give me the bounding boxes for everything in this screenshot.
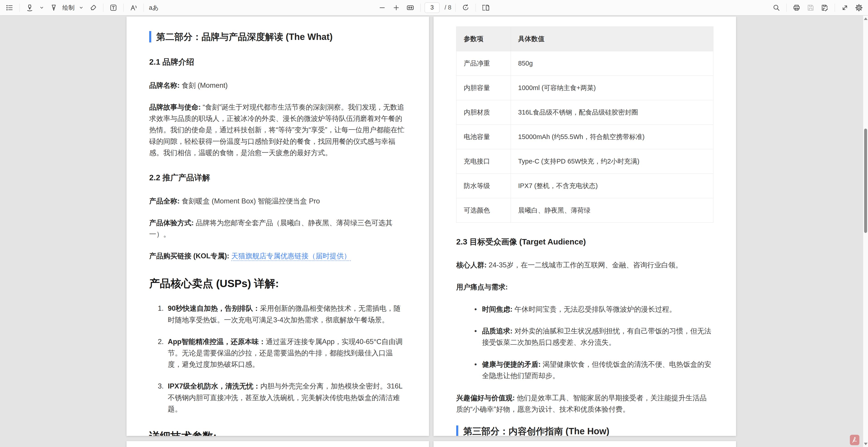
table-row: 内胆材质316L食品级不锈钢，配食品级硅胶密封圈 [457,100,713,124]
toolbar-separator [103,4,103,12]
toolbar-separator [420,4,421,12]
save-as-icon[interactable] [819,2,831,13]
section-heading-part2: 第二部分：品牌与产品深度解读 (The What) [149,31,406,42]
list-item: 3.IPX7级全机防水，清洗无忧：内胆与外壳完全分离，加热模块全密封。316L不… [149,381,406,415]
brand-story-paragraph: 品牌故事与使命: “食刻”诞生于对现代都市生活节奏的深刻洞察。我们发现，无数追求… [149,101,406,158]
eraser-icon[interactable] [87,2,99,13]
pain-points-label: 用户痛点与需求: [456,281,713,293]
toolbar-right-group [771,2,865,13]
section-heading-part3: 第三部分：内容创作指南 (The How) [456,425,713,436]
draw-label[interactable]: 绘制 [62,4,74,12]
pdf-page-next-left[interactable] [126,441,429,447]
fit-width-icon[interactable] [404,2,416,13]
page-number-value: 3 [430,4,434,11]
purchase-link-paragraph: 产品购买链接 (KOL专属): 天猫旗舰店专属优惠链接（届时提供） [149,250,406,262]
toolbar-separator [144,4,144,12]
highlight-pen-icon[interactable] [24,2,36,13]
list-item: 品质追求: 对外卖的油腻和卫生状况感到担忧，有自己带饭的习惯，但无法接受饭菜二次… [456,325,713,348]
pdf-page-next-right[interactable] [434,441,736,447]
product-fullname-paragraph: 产品全称: 食刻暖盒 (Moment Box) 智能温控便当盒 Pro [149,196,406,207]
add-text-icon[interactable] [107,2,119,13]
toolbar-separator [123,4,124,12]
translate-icon[interactable]: aあ [148,2,160,13]
scroll-up-icon[interactable] [864,18,868,20]
heading-2-2: 2.2 推广产品详解 [149,171,406,184]
search-icon[interactable] [771,2,782,13]
zoom-out-icon[interactable] [376,2,388,13]
table-row: 防水等级IPX7 (整机，不含充电状态) [457,174,713,198]
usp-heading: 产品核心卖点 (USPs) 详解: [149,277,406,290]
page-total-label: / 8 [444,4,451,11]
table-row: 内胆容量1000ml (可容纳主食+两菜) [457,76,713,100]
toolbar-separator [456,4,456,12]
zoom-in-icon[interactable] [390,2,402,13]
page-number-input[interactable]: 3 [425,2,439,13]
print-icon[interactable] [791,2,803,13]
tmall-offer-link[interactable]: 天猫旗舰店专属优惠链接（届时提供） [231,252,351,261]
heading-accent-bar [456,425,458,436]
list-item: 时间焦虑: 午休时间宝贵，无法忍受排队等微波炉的漫长过程。 [456,304,713,315]
product-trial-paragraph: 产品体验方式: 品牌将为您邮寄全套产品（晨曦白、静夜黑、薄荷绿三色可选其一）。 [149,217,406,240]
list-item: 2.App智能精准控温，还原本味：通过蓝牙连接专属App，实现40-65°C自由… [149,336,406,370]
chevron-down-icon[interactable] [38,2,45,13]
pdf-canvas: 第二部分：品牌与产品深度解读 (The What) 2.1 品牌介绍 品牌名称:… [0,16,868,447]
toolbar-center-group: 3 / 8 [376,2,492,13]
pdf-page-left[interactable]: 第二部分：品牌与产品深度解读 (The What) 2.1 品牌介绍 品牌名称:… [126,17,429,436]
heading-2-1: 2.1 品牌介绍 [149,56,406,68]
toolbar-left-group: 绘制 [4,2,160,13]
pain-points-list: 时间焦虑: 午休时间宝贵，无法忍受排队等微波炉的漫长过程。 品质追求: 对外卖的… [456,304,713,382]
toolbar-separator [835,4,835,12]
acrobat-icon[interactable] [850,435,859,445]
toolbar-separator [20,4,20,12]
table-row: 电池容量15000mAh (约55.5Wh，符合航空携带标准) [457,124,713,149]
save-icon[interactable] [805,2,816,13]
scrollbar-thumb[interactable] [864,128,867,233]
vertical-scrollbar[interactable] [863,16,868,447]
table-row: 可选颜色晨曦白、静夜黑、薄荷绿 [457,198,713,222]
table-row: 充电接口Type-C (支持PD 65W快充，约2小时充满) [457,149,713,174]
fullscreen-icon[interactable] [839,2,851,13]
heading-2-3: 2.3 目标受众画像 (Target Audience) [456,235,713,248]
chevron-down-icon[interactable] [77,2,85,13]
rotate-icon[interactable] [460,2,472,13]
edge-pdf-viewer: 绘制 [0,0,868,447]
contents-icon[interactable] [4,2,16,13]
list-item: 1.90秒快速自加热，告别排队：采用创新的微晶相变储热技术，无需插电，随时随地享… [149,303,406,325]
usp-list: 1.90秒快速自加热，告别排队：采用创新的微晶相变储热技术，无需插电，随时随地享… [149,303,406,415]
table-header-row: 参数项 具体数值 [457,27,713,51]
table-row: 产品净重850g [457,51,713,76]
draw-pen-icon[interactable] [48,2,60,13]
specs-heading: 详细技术参数: [149,430,406,436]
read-aloud-icon[interactable] [128,2,140,13]
interests-paragraph: 兴趣偏好与价值观: 他们是效率工具、智能家居的早期接受者，关注能提升生活品质的“… [456,392,713,415]
specs-table-right: 参数项 具体数值 产品净重850g 内胆容量1000ml (可容纳主食+两菜) … [456,27,713,223]
page-view-icon[interactable] [480,2,492,13]
scroll-down-icon[interactable] [864,443,868,445]
heading-accent-bar [149,31,151,42]
pdf-page-right[interactable]: 参数项 具体数值 产品净重850g 内胆容量1000ml (可容纳主食+两菜) … [434,17,736,436]
core-audience-paragraph: 核心人群: 24-35岁，在一二线城市工作的互联网、金融、咨询行业白领。 [456,260,713,271]
pdf-toolbar: 绘制 [0,0,868,16]
list-item: 健康与便捷的矛盾: 渴望健康饮食，但传统饭盒的清洗不便、电热饭盒的安全隐患让他们… [456,359,713,382]
brand-name-paragraph: 品牌名称: 食刻 (Moment) [149,80,406,91]
settings-icon[interactable] [853,2,865,13]
